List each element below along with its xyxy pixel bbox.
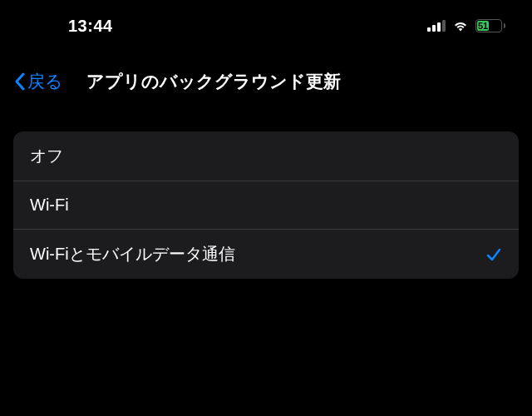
option-label: オフ — [30, 145, 63, 167]
option-label: Wi-Fi — [30, 196, 69, 215]
back-button[interactable]: 戻る — [13, 70, 63, 93]
option-label: Wi-Fiとモバイルデータ通信 — [30, 243, 235, 265]
status-indicators: 51 — [427, 19, 505, 32]
options-list: オフ Wi-Fi Wi-Fiとモバイルデータ通信 — [13, 131, 519, 279]
navigation-bar: 戻る アプリのバックグラウンド更新 — [0, 47, 532, 106]
status-time: 13:44 — [27, 17, 113, 36]
status-bar: 13:44 51 — [0, 0, 532, 47]
option-off[interactable]: オフ — [13, 131, 519, 181]
option-wifi-cellular[interactable]: Wi-Fiとモバイルデータ通信 — [13, 230, 519, 279]
option-wifi[interactable]: Wi-Fi — [13, 181, 519, 230]
checkmark-icon — [485, 246, 502, 263]
cellular-signal-icon — [427, 20, 446, 32]
battery-percent: 51 — [478, 21, 488, 31]
back-label: 戻る — [27, 70, 63, 93]
wifi-icon — [452, 20, 469, 32]
battery-indicator: 51 — [475, 19, 505, 32]
page-title: アプリのバックグラウンド更新 — [86, 70, 341, 93]
chevron-left-icon — [13, 72, 26, 92]
